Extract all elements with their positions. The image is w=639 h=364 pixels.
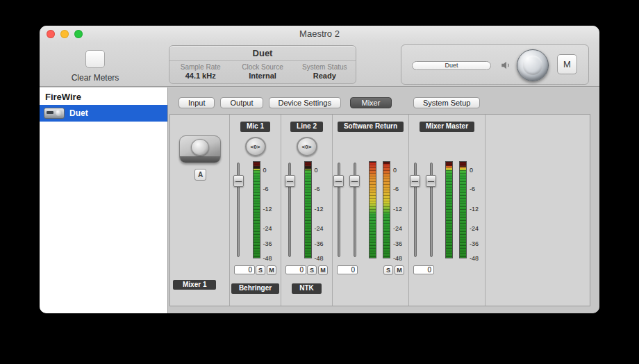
channel-name-label: Software Return [338, 122, 404, 132]
tab-output[interactable]: Output [220, 97, 263, 108]
channel-fader[interactable] [426, 161, 436, 258]
channel-strip: Line 2<0>0-6-12-24-36-480SMNTK [281, 115, 333, 306]
db-tick: -12 [315, 206, 324, 212]
gain-value-box[interactable]: 0 [337, 265, 358, 274]
solo-button[interactable]: S [256, 265, 265, 275]
db-scale: 0-6-12-24-36-48 [469, 168, 484, 258]
meter-unlit-region [254, 162, 260, 169]
meter-group [253, 161, 260, 258]
channel-fader[interactable] [333, 161, 344, 258]
channel-header: Line 2 [281, 122, 332, 132]
channel-values-row: 0SM [333, 265, 408, 275]
pan-area [333, 132, 408, 161]
zoom-button[interactable] [74, 30, 83, 38]
channel-header: Mic 1 [230, 122, 281, 132]
tab-device-settings[interactable]: Device Settings [269, 97, 341, 108]
channel-strip: Mic 1<0>0-6-12-24-36-480SMBehringer [230, 115, 281, 306]
gain-value-box[interactable]: 0 [234, 265, 255, 274]
db-scale: 0-6-12-24-36-48 [392, 168, 408, 258]
clock-source-field: Clock Source Internal [231, 63, 293, 80]
channel-fader[interactable] [233, 161, 244, 258]
meter-unlit-region [446, 162, 452, 166]
channel-header: Software Return [333, 122, 408, 132]
db-tick: -36 [470, 241, 479, 247]
channel-bottom-row: NTK [281, 283, 332, 294]
system-status-field: System Status Ready [294, 63, 356, 80]
tab-bar: Input Output Device Settings Mixer Syste… [179, 97, 486, 108]
gain-value-box[interactable]: 0 [413, 265, 434, 274]
mixer-panel: A Mixer 1 Mic 1<0>0-6-12-24-36-480SMBehr… [169, 114, 590, 306]
output-mute-button[interactable]: M [557, 54, 577, 74]
db-scale: 0-6-12-24-36-48 [314, 168, 329, 258]
sidebar-item-label: Duet [69, 108, 88, 118]
mute-button[interactable]: M [318, 265, 328, 275]
sidebar-item-duet[interactable]: Duet [40, 105, 167, 122]
meter-unlit-region [305, 162, 311, 169]
tab-input[interactable]: Input [179, 97, 215, 108]
tab-system-setup[interactable]: System Setup [413, 97, 480, 108]
mixer-device-column: A Mixer 1 [170, 115, 230, 306]
monitor-select-button[interactable]: A [194, 169, 206, 181]
solo-button[interactable]: S [307, 265, 317, 275]
fader-handle[interactable] [285, 175, 295, 187]
mute-button[interactable]: M [267, 265, 276, 275]
db-tick: -12 [470, 206, 479, 212]
pan-knob[interactable]: <0> [297, 137, 317, 156]
meter-group [304, 161, 312, 258]
level-meter [253, 161, 260, 258]
status-device-title: Duet [169, 46, 356, 61]
meter-unlit-region [460, 162, 466, 167]
level-meter [459, 161, 467, 258]
meter-unlit-region [383, 162, 390, 164]
device-sidebar: FireWire Duet [40, 88, 168, 313]
main-area: Input Output Device Settings Mixer Syste… [168, 88, 599, 313]
level-meter [369, 161, 376, 258]
pan-knob[interactable]: <0> [245, 137, 266, 156]
db-tick: -48 [315, 256, 324, 262]
solo-mute-group: SM [256, 265, 276, 275]
tab-mixer[interactable]: Mixer [350, 97, 392, 108]
fader-handle[interactable] [233, 175, 244, 187]
db-tick: -12 [393, 206, 402, 212]
db-tick: 0 [315, 167, 318, 173]
volume-knob[interactable] [517, 49, 549, 81]
fader-handle[interactable] [426, 175, 436, 187]
channel-body: 0-6-12-24-36-48 [410, 161, 484, 258]
screen: Maestro 2 Clear Meters Duet Sample Rate … [0, 0, 639, 364]
channel-body: 0-6-12-24-36-48 [285, 161, 329, 258]
channel-fader[interactable] [285, 161, 295, 258]
channel-name-label: Mic 1 [240, 122, 270, 132]
gain-value-box[interactable]: 0 [285, 265, 306, 274]
channel-values-row: 0SM [281, 265, 332, 275]
level-meter [383, 161, 390, 258]
fader-group [410, 161, 436, 258]
channel-fader[interactable] [410, 161, 420, 258]
db-tick: -36 [315, 241, 324, 247]
window-title: Maestro 2 [40, 26, 599, 42]
channel-header: Mixer Master [409, 122, 485, 132]
mute-button[interactable]: M [395, 265, 404, 275]
db-tick: -24 [393, 226, 402, 232]
channel-body: 0-6-12-24-36-48 [233, 161, 278, 258]
channel-name-label: Line 2 [290, 122, 323, 132]
db-tick: -6 [393, 185, 399, 192]
channel-bottom-row [333, 283, 408, 294]
minimize-button[interactable] [60, 30, 69, 38]
meter-unlit-region [370, 162, 376, 163]
channel-fader[interactable] [349, 161, 360, 258]
fader-handle[interactable] [349, 175, 360, 187]
db-tick: -6 [315, 185, 320, 192]
clock-source-label: Clock Source [231, 63, 293, 71]
output-device-selector[interactable]: Duet [412, 61, 491, 70]
fader-handle[interactable] [410, 175, 420, 187]
close-button[interactable] [47, 30, 55, 38]
channel-body: 0-6-12-24-36-48 [333, 161, 408, 258]
db-tick: -24 [315, 226, 324, 232]
solo-button[interactable]: S [383, 265, 393, 275]
db-tick: -24 [470, 226, 479, 232]
clear-meters-button[interactable] [85, 50, 105, 68]
titlebar[interactable]: Maestro 2 [40, 26, 599, 42]
level-meter [304, 161, 312, 258]
output-panel: Duet M [401, 44, 589, 85]
fader-handle[interactable] [333, 175, 344, 187]
